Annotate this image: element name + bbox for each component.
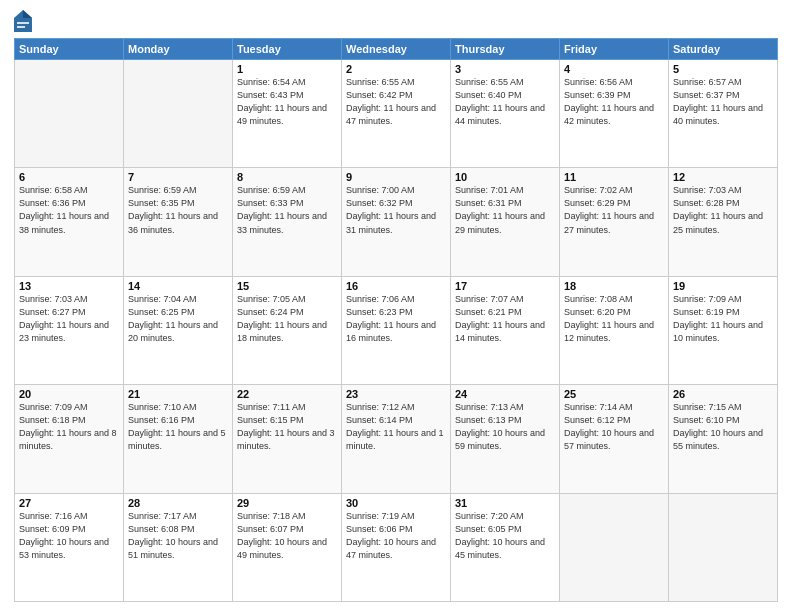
day-info: Sunrise: 6:55 AMSunset: 6:40 PMDaylight:…: [455, 76, 555, 128]
day-number: 4: [564, 63, 664, 75]
day-info: Sunrise: 7:17 AMSunset: 6:08 PMDaylight:…: [128, 510, 228, 562]
calendar-cell: 15Sunrise: 7:05 AMSunset: 6:24 PMDayligh…: [233, 276, 342, 384]
day-number: 21: [128, 388, 228, 400]
day-number: 16: [346, 280, 446, 292]
day-info: Sunrise: 7:00 AMSunset: 6:32 PMDaylight:…: [346, 184, 446, 236]
page: SundayMondayTuesdayWednesdayThursdayFrid…: [0, 0, 792, 612]
calendar-cell: 13Sunrise: 7:03 AMSunset: 6:27 PMDayligh…: [15, 276, 124, 384]
day-number: 26: [673, 388, 773, 400]
day-number: 25: [564, 388, 664, 400]
day-number: 17: [455, 280, 555, 292]
day-number: 20: [19, 388, 119, 400]
day-number: 13: [19, 280, 119, 292]
calendar-header-thursday: Thursday: [451, 39, 560, 60]
calendar-cell: [669, 493, 778, 601]
calendar-cell: 2Sunrise: 6:55 AMSunset: 6:42 PMDaylight…: [342, 60, 451, 168]
svg-rect-2: [17, 22, 29, 24]
day-info: Sunrise: 7:13 AMSunset: 6:13 PMDaylight:…: [455, 401, 555, 453]
day-info: Sunrise: 7:03 AMSunset: 6:27 PMDaylight:…: [19, 293, 119, 345]
svg-rect-3: [17, 26, 25, 28]
calendar-cell: [124, 60, 233, 168]
day-info: Sunrise: 7:08 AMSunset: 6:20 PMDaylight:…: [564, 293, 664, 345]
calendar-cell: 21Sunrise: 7:10 AMSunset: 6:16 PMDayligh…: [124, 385, 233, 493]
calendar-cell: 6Sunrise: 6:58 AMSunset: 6:36 PMDaylight…: [15, 168, 124, 276]
calendar-cell: [560, 493, 669, 601]
calendar-cell: 31Sunrise: 7:20 AMSunset: 6:05 PMDayligh…: [451, 493, 560, 601]
calendar-header-friday: Friday: [560, 39, 669, 60]
calendar-cell: 20Sunrise: 7:09 AMSunset: 6:18 PMDayligh…: [15, 385, 124, 493]
day-info: Sunrise: 7:14 AMSunset: 6:12 PMDaylight:…: [564, 401, 664, 453]
day-info: Sunrise: 7:12 AMSunset: 6:14 PMDaylight:…: [346, 401, 446, 453]
day-info: Sunrise: 7:09 AMSunset: 6:19 PMDaylight:…: [673, 293, 773, 345]
header: [14, 10, 778, 32]
calendar-header-saturday: Saturday: [669, 39, 778, 60]
calendar-cell: 4Sunrise: 6:56 AMSunset: 6:39 PMDaylight…: [560, 60, 669, 168]
day-number: 19: [673, 280, 773, 292]
calendar-cell: 16Sunrise: 7:06 AMSunset: 6:23 PMDayligh…: [342, 276, 451, 384]
calendar-week-row: 27Sunrise: 7:16 AMSunset: 6:09 PMDayligh…: [15, 493, 778, 601]
calendar-cell: 14Sunrise: 7:04 AMSunset: 6:25 PMDayligh…: [124, 276, 233, 384]
logo-icon: [14, 10, 32, 32]
calendar-cell: 24Sunrise: 7:13 AMSunset: 6:13 PMDayligh…: [451, 385, 560, 493]
day-number: 3: [455, 63, 555, 75]
logo: [14, 10, 34, 32]
day-number: 22: [237, 388, 337, 400]
svg-marker-1: [23, 10, 32, 18]
day-number: 6: [19, 171, 119, 183]
day-number: 15: [237, 280, 337, 292]
day-info: Sunrise: 6:56 AMSunset: 6:39 PMDaylight:…: [564, 76, 664, 128]
day-number: 31: [455, 497, 555, 509]
calendar-cell: 26Sunrise: 7:15 AMSunset: 6:10 PMDayligh…: [669, 385, 778, 493]
calendar-header-wednesday: Wednesday: [342, 39, 451, 60]
calendar-cell: 19Sunrise: 7:09 AMSunset: 6:19 PMDayligh…: [669, 276, 778, 384]
calendar-cell: 12Sunrise: 7:03 AMSunset: 6:28 PMDayligh…: [669, 168, 778, 276]
calendar-cell: 18Sunrise: 7:08 AMSunset: 6:20 PMDayligh…: [560, 276, 669, 384]
day-info: Sunrise: 7:05 AMSunset: 6:24 PMDaylight:…: [237, 293, 337, 345]
calendar-cell: 25Sunrise: 7:14 AMSunset: 6:12 PMDayligh…: [560, 385, 669, 493]
calendar-cell: 17Sunrise: 7:07 AMSunset: 6:21 PMDayligh…: [451, 276, 560, 384]
day-info: Sunrise: 6:57 AMSunset: 6:37 PMDaylight:…: [673, 76, 773, 128]
calendar-cell: 22Sunrise: 7:11 AMSunset: 6:15 PMDayligh…: [233, 385, 342, 493]
day-number: 28: [128, 497, 228, 509]
day-number: 7: [128, 171, 228, 183]
calendar-cell: 5Sunrise: 6:57 AMSunset: 6:37 PMDaylight…: [669, 60, 778, 168]
day-number: 18: [564, 280, 664, 292]
calendar-cell: 10Sunrise: 7:01 AMSunset: 6:31 PMDayligh…: [451, 168, 560, 276]
day-info: Sunrise: 7:03 AMSunset: 6:28 PMDaylight:…: [673, 184, 773, 236]
calendar: SundayMondayTuesdayWednesdayThursdayFrid…: [14, 38, 778, 602]
day-info: Sunrise: 6:59 AMSunset: 6:35 PMDaylight:…: [128, 184, 228, 236]
day-info: Sunrise: 6:54 AMSunset: 6:43 PMDaylight:…: [237, 76, 337, 128]
calendar-cell: 8Sunrise: 6:59 AMSunset: 6:33 PMDaylight…: [233, 168, 342, 276]
day-number: 2: [346, 63, 446, 75]
day-number: 24: [455, 388, 555, 400]
day-info: Sunrise: 6:58 AMSunset: 6:36 PMDaylight:…: [19, 184, 119, 236]
day-info: Sunrise: 7:18 AMSunset: 6:07 PMDaylight:…: [237, 510, 337, 562]
calendar-cell: 29Sunrise: 7:18 AMSunset: 6:07 PMDayligh…: [233, 493, 342, 601]
day-number: 14: [128, 280, 228, 292]
day-info: Sunrise: 7:15 AMSunset: 6:10 PMDaylight:…: [673, 401, 773, 453]
calendar-header-row: SundayMondayTuesdayWednesdayThursdayFrid…: [15, 39, 778, 60]
day-info: Sunrise: 7:04 AMSunset: 6:25 PMDaylight:…: [128, 293, 228, 345]
day-number: 9: [346, 171, 446, 183]
day-number: 1: [237, 63, 337, 75]
calendar-cell: 28Sunrise: 7:17 AMSunset: 6:08 PMDayligh…: [124, 493, 233, 601]
calendar-cell: 7Sunrise: 6:59 AMSunset: 6:35 PMDaylight…: [124, 168, 233, 276]
calendar-week-row: 6Sunrise: 6:58 AMSunset: 6:36 PMDaylight…: [15, 168, 778, 276]
day-number: 11: [564, 171, 664, 183]
day-number: 5: [673, 63, 773, 75]
day-info: Sunrise: 7:02 AMSunset: 6:29 PMDaylight:…: [564, 184, 664, 236]
day-info: Sunrise: 7:06 AMSunset: 6:23 PMDaylight:…: [346, 293, 446, 345]
calendar-cell: 3Sunrise: 6:55 AMSunset: 6:40 PMDaylight…: [451, 60, 560, 168]
day-number: 27: [19, 497, 119, 509]
day-info: Sunrise: 6:59 AMSunset: 6:33 PMDaylight:…: [237, 184, 337, 236]
calendar-cell: 1Sunrise: 6:54 AMSunset: 6:43 PMDaylight…: [233, 60, 342, 168]
day-number: 10: [455, 171, 555, 183]
day-info: Sunrise: 7:01 AMSunset: 6:31 PMDaylight:…: [455, 184, 555, 236]
day-info: Sunrise: 7:11 AMSunset: 6:15 PMDaylight:…: [237, 401, 337, 453]
day-info: Sunrise: 7:20 AMSunset: 6:05 PMDaylight:…: [455, 510, 555, 562]
calendar-cell: [15, 60, 124, 168]
calendar-header-tuesday: Tuesday: [233, 39, 342, 60]
calendar-cell: 30Sunrise: 7:19 AMSunset: 6:06 PMDayligh…: [342, 493, 451, 601]
day-info: Sunrise: 7:19 AMSunset: 6:06 PMDaylight:…: [346, 510, 446, 562]
calendar-week-row: 13Sunrise: 7:03 AMSunset: 6:27 PMDayligh…: [15, 276, 778, 384]
